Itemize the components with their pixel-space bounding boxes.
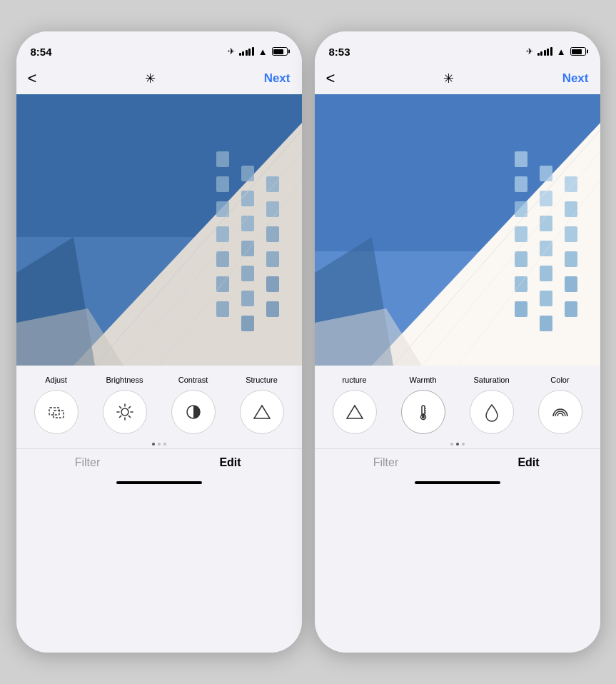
svg-rect-23 [266, 301, 279, 317]
home-indicator-right [315, 472, 600, 493]
battery-icon-left [272, 47, 288, 56]
color-tool[interactable] [526, 390, 595, 434]
svg-rect-30 [54, 411, 64, 418]
structure-circle-right[interactable] [333, 390, 377, 434]
edit-tab-right[interactable]: Edit [458, 456, 600, 469]
tools-section-left: Adjust Brightness Contrast Structure [16, 366, 302, 653]
right-phone: 8:53 ✈ ▲ < ✳ Next [315, 31, 600, 653]
status-bar-left: 8:54 ✈ ▲ [16, 31, 302, 63]
svg-rect-9 [216, 276, 229, 292]
tool-icons-right [315, 384, 600, 440]
svg-rect-55 [540, 216, 552, 231]
contrast-circle[interactable] [171, 390, 216, 434]
saturation-circle[interactable] [470, 390, 514, 434]
svg-rect-46 [515, 151, 527, 167]
tool-label-warmth: Warmth [389, 376, 458, 384]
svg-rect-16 [241, 291, 254, 306]
status-time-right: 8:53 [329, 46, 350, 58]
status-bar-right: 8:53 ✈ ▲ [315, 31, 600, 63]
back-button-right[interactable]: < [326, 69, 335, 88]
svg-rect-59 [540, 316, 552, 331]
brightness-circle[interactable] [103, 390, 147, 434]
battery-icon-right [570, 47, 586, 56]
dot-1 [152, 443, 155, 446]
signal-bars-left [239, 47, 254, 56]
svg-rect-19 [266, 201, 279, 217]
dot-3 [163, 443, 166, 446]
adjust-tool[interactable] [22, 390, 91, 434]
svg-rect-56 [540, 241, 552, 256]
svg-rect-22 [266, 276, 279, 292]
svg-rect-50 [515, 251, 527, 267]
tool-label-color: Color [526, 376, 595, 384]
tool-label-brightness: Brightness [91, 376, 159, 384]
svg-rect-54 [540, 191, 552, 206]
structure-tool-right[interactable] [320, 390, 389, 434]
dot-r2 [456, 443, 459, 446]
svg-rect-11 [241, 166, 254, 181]
structure-icon [251, 401, 273, 423]
image-area-left [16, 94, 302, 366]
svg-rect-60 [565, 176, 577, 192]
scroll-dots-left [16, 440, 302, 448]
tool-label-ructure: ructure [320, 376, 389, 384]
svg-line-39 [119, 416, 121, 417]
adjust-circle[interactable] [34, 390, 79, 434]
svg-rect-65 [565, 301, 577, 317]
svg-rect-21 [266, 251, 279, 267]
contrast-tool[interactable] [159, 390, 228, 434]
building-image-left [16, 94, 302, 366]
dot-2 [158, 443, 161, 446]
svg-rect-52 [515, 301, 527, 317]
filter-tab-right[interactable]: Filter [315, 456, 458, 469]
location-icon-left: ✈ [228, 46, 235, 56]
bottom-tabs-left: Filter Edit [16, 448, 302, 472]
warmth-circle[interactable] [401, 390, 445, 434]
saturation-icon [480, 401, 503, 423]
image-area-right [315, 94, 600, 366]
svg-rect-29 [49, 408, 59, 415]
header-left: < ✳ Next [16, 63, 302, 94]
svg-rect-17 [241, 316, 254, 331]
wifi-icon-right: ▲ [557, 46, 566, 57]
svg-rect-12 [241, 191, 254, 206]
saturation-tool[interactable] [458, 390, 526, 434]
home-bar-left [116, 481, 202, 484]
status-time-left: 8:54 [31, 46, 52, 58]
svg-marker-41 [254, 406, 270, 418]
edit-tab-left[interactable]: Edit [159, 456, 302, 469]
svg-rect-51 [515, 276, 527, 292]
svg-rect-61 [565, 201, 577, 217]
filter-tab-left[interactable]: Filter [16, 456, 159, 469]
next-button-right[interactable]: Next [562, 71, 589, 86]
tools-section-right: ructure Warmth Saturation Color [315, 366, 600, 653]
svg-rect-53 [540, 166, 552, 181]
home-bar-right [415, 481, 500, 484]
structure-tool[interactable] [228, 390, 296, 434]
svg-rect-5 [216, 176, 229, 192]
svg-rect-14 [241, 241, 254, 256]
svg-rect-7 [216, 226, 229, 242]
svg-rect-62 [565, 226, 577, 242]
contrast-icon [182, 401, 205, 423]
svg-rect-47 [515, 176, 527, 192]
svg-line-37 [128, 416, 130, 417]
brightness-tool[interactable] [91, 390, 159, 434]
back-button-left[interactable]: < [28, 69, 37, 88]
tool-labels-right: ructure Warmth Saturation Color [315, 376, 600, 384]
structure-circle[interactable] [240, 390, 284, 434]
svg-rect-8 [216, 251, 229, 267]
next-button-left[interactable]: Next [264, 71, 291, 86]
status-icons-right: ✈ ▲ [526, 46, 586, 57]
warmth-tool[interactable] [389, 390, 458, 434]
scroll-dots-right [315, 440, 600, 448]
color-circle[interactable] [538, 390, 582, 434]
svg-line-38 [128, 407, 130, 408]
svg-rect-64 [565, 276, 577, 292]
status-icons-left: ✈ ▲ [228, 46, 288, 57]
header-right: < ✳ Next [315, 63, 600, 94]
svg-rect-15 [241, 266, 254, 281]
dot-r1 [450, 443, 453, 446]
adjust-icon-left: ✳ [145, 71, 156, 86]
adjust-icon [45, 401, 68, 423]
